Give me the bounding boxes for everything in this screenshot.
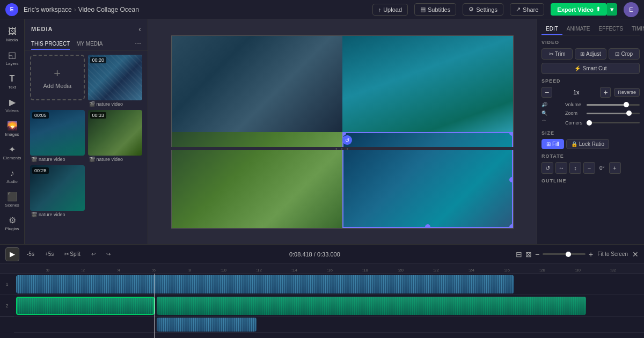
ruler-mark-24: :24 (439, 268, 474, 273)
lock-ratio-button[interactable]: 🔒 Lock Ratio (566, 139, 609, 149)
tab-effects[interactable]: EFFECTS (595, 24, 628, 35)
collage-cell-4[interactable] (342, 132, 513, 228)
collage-cell-2[interactable] (342, 36, 513, 132)
close-timeline-button[interactable]: ✕ (632, 250, 639, 259)
tab-this-project[interactable]: THIS PROJECT (31, 39, 70, 50)
handle-tr[interactable] (509, 132, 513, 136)
play-button[interactable]: ▶ (5, 247, 19, 261)
adjust-button[interactable]: ⊞ Adjust (575, 48, 606, 60)
speed-increase-button[interactable]: + (600, 87, 611, 98)
sidebar-item-media[interactable]: 🖼 Media (2, 24, 23, 45)
rotate-handle[interactable]: ↺ (342, 135, 352, 145)
fill-button[interactable]: ⊞ Fill (541, 139, 564, 149)
fit-to-screen-button[interactable]: Fit to Screen (597, 251, 628, 257)
sidebar-item-audio[interactable]: ♪ Audio (2, 165, 23, 187)
media-thumb-2[interactable]: 00:05 (30, 110, 85, 156)
rotate-section-label: ROTATE (541, 153, 640, 159)
trim-icon: ✂ (549, 51, 553, 57)
add-media-button[interactable]: + Add Media (30, 55, 85, 100)
media-item-1: 00:20 🎬 nature video (88, 55, 143, 107)
zoom-fit-button[interactable]: ⊟ (516, 250, 522, 259)
split-button[interactable]: ✂ Split (61, 250, 83, 258)
track-clip-2[interactable] (16, 297, 155, 315)
volume-slider[interactable] (587, 104, 640, 106)
videos-icon: ▶ (9, 97, 16, 107)
media-thumb-1[interactable]: 00:20 (88, 55, 143, 100)
video-action-buttons: ✂ Trim ⊞ Adjust ⊡ Crop (541, 48, 640, 60)
smart-cut-button[interactable]: ⚡ Smart Cut (541, 63, 640, 74)
share-icon: ↗ (516, 6, 521, 13)
sidebar-label-plugins: Plugins (5, 226, 19, 231)
track-clip-2b[interactable] (157, 297, 586, 315)
media-panel-close[interactable]: ‹ (138, 25, 141, 33)
divider-handle[interactable]: • • • (171, 147, 514, 150)
skip-fwd-button[interactable]: +5s (42, 250, 57, 258)
track-clip-3[interactable] (157, 318, 257, 332)
undo-button[interactable]: ↩ (88, 250, 99, 258)
volume-row: 🔊 Volume (541, 102, 640, 107)
playhead[interactable] (155, 274, 155, 338)
upload-icon: ↑ (378, 6, 382, 13)
handle-br[interactable] (509, 224, 513, 228)
rotate-sub-button[interactable]: − (583, 162, 595, 174)
media-more-button[interactable]: ··· (135, 39, 141, 50)
add-media-label: Add Media (43, 83, 71, 89)
collage-cell-3[interactable] (172, 132, 342, 228)
right-panel: EDIT ANIMATE EFFECTS TIMING VIDEO ✂ Trim… (537, 19, 644, 244)
settings-button[interactable]: ⚙ Settings (463, 3, 503, 16)
media-thumb-4[interactable]: 00:28 (30, 165, 85, 211)
flip-v-button[interactable]: ↕ (569, 162, 581, 174)
avatar[interactable]: E (624, 2, 639, 17)
sidebar-item-plugins[interactable]: ⚙ Plugins (2, 212, 23, 234)
breadcrumb: Eric's workspace › Video Collage Ocean (24, 6, 139, 13)
divider-dots: • • • (335, 146, 349, 152)
video-collage[interactable] (171, 35, 514, 229)
zoom-slider[interactable] (587, 113, 640, 114)
export-dropdown-button[interactable]: ▾ (607, 3, 617, 16)
zoom-slider-tl[interactable] (543, 253, 586, 255)
sidebar-label-elements: Elements (3, 156, 21, 160)
sidebar-item-videos[interactable]: ▶ Videos (2, 94, 23, 116)
skip-back-button[interactable]: -5s (24, 250, 38, 258)
topbar-actions: ↑ Upload ▤ Subtitles ⚙ Settings ↗ Share … (372, 2, 639, 17)
redo-button[interactable]: ↪ (103, 250, 114, 258)
tab-timing[interactable]: TIMING (627, 24, 644, 35)
rotate-add-button[interactable]: + (609, 162, 621, 174)
track-clip-1[interactable] (16, 275, 514, 293)
tab-edit[interactable]: EDIT (541, 24, 562, 35)
media-icon: 🖼 (8, 27, 17, 36)
audio-icon: ♪ (10, 168, 14, 178)
rotate-ccw-button[interactable]: ↺ (541, 162, 553, 174)
speed-row: − 1x + Reverse (541, 87, 640, 98)
tab-my-media[interactable]: MY MEDIA (76, 39, 103, 50)
subtitles-button[interactable]: ▤ Subtitles (414, 3, 456, 16)
left-sidebar: 🖼 Media ◱ Layers T Text ▶ Videos 🌄 Image… (0, 19, 25, 244)
trim-button[interactable]: ✂ Trim (541, 48, 573, 60)
settings-icon: ⚙ (469, 6, 474, 13)
flip-h-button[interactable]: ↔ (555, 162, 567, 174)
zoom-in-button[interactable]: + (589, 250, 593, 259)
media-item-2: 00:05 🎬 nature video (30, 110, 85, 162)
reverse-button[interactable]: Reverse (614, 88, 640, 97)
sidebar-item-elements[interactable]: ✦ Elements (2, 142, 23, 163)
sidebar-item-images[interactable]: 🌄 Images (2, 118, 23, 139)
handle-mr[interactable] (509, 177, 513, 182)
export-icon: ⬆ (596, 6, 601, 13)
crop-button[interactable]: ⊡ Crop (609, 48, 640, 60)
tab-animate[interactable]: ANIMATE (562, 24, 595, 35)
workspace-name[interactable]: Eric's workspace (24, 6, 72, 13)
sidebar-item-text[interactable]: T Text (2, 71, 23, 92)
sidebar-item-scenes[interactable]: ⬛ Scenes (2, 189, 23, 210)
corners-slider[interactable] (587, 122, 640, 123)
zoom-out-button[interactable]: − (535, 250, 539, 259)
handle-bm[interactable] (425, 224, 430, 228)
upload-button[interactable]: ↑ Upload (372, 4, 408, 16)
speed-decrease-button[interactable]: − (541, 87, 552, 98)
media-thumb-3[interactable]: 00:33 (88, 110, 143, 156)
media-panel: MEDIA ‹ THIS PROJECT MY MEDIA ··· + Add … (25, 19, 148, 244)
collage-cell-1[interactable] (172, 36, 342, 132)
export-button[interactable]: Export Video ⬆ (551, 3, 607, 16)
sidebar-item-layers[interactable]: ◱ Layers (2, 47, 23, 69)
zoom-split-button[interactable]: ⊠ (525, 250, 532, 259)
share-button[interactable]: ↗ Share (510, 3, 544, 16)
